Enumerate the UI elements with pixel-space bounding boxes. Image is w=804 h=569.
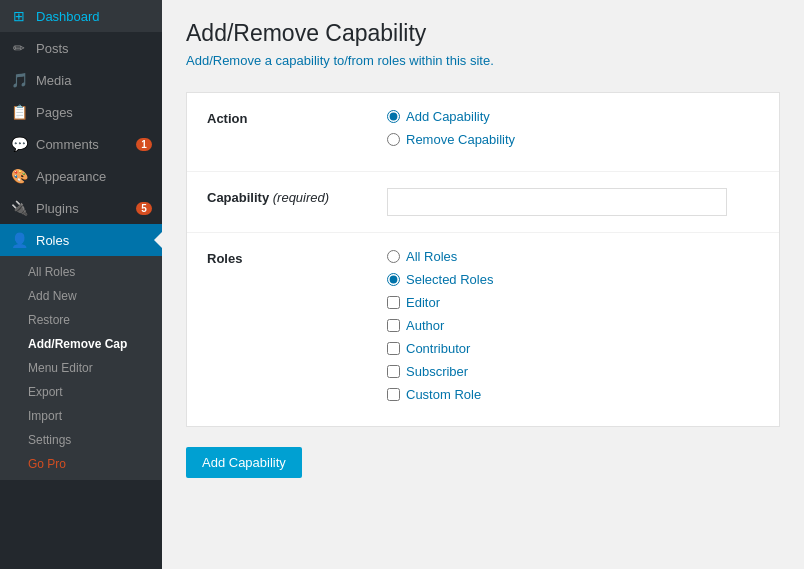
custom-role-checkbox-option[interactable]: Custom Role xyxy=(387,387,759,402)
sidebar-label: Comments xyxy=(36,137,128,152)
all-roles-radio-label[interactable]: All Roles xyxy=(406,249,457,264)
custom-role-checkbox-label[interactable]: Custom Role xyxy=(406,387,481,402)
editor-checkbox-label[interactable]: Editor xyxy=(406,295,440,310)
submenu-go-pro[interactable]: Go Pro xyxy=(0,452,162,476)
sidebar-item-plugins[interactable]: 🔌 Plugins 5 xyxy=(0,192,162,224)
capability-field xyxy=(387,188,759,216)
sidebar-item-comments[interactable]: 💬 Comments 1 xyxy=(0,128,162,160)
comments-icon: 💬 xyxy=(10,136,28,152)
sidebar-label: Plugins xyxy=(36,201,128,216)
contributor-checkbox[interactable] xyxy=(387,342,400,355)
remove-capability-radio[interactable] xyxy=(387,133,400,146)
capability-label: Capability (required) xyxy=(207,188,367,205)
editor-checkbox[interactable] xyxy=(387,296,400,309)
sidebar-item-media[interactable]: 🎵 Media xyxy=(0,64,162,96)
comments-badge: 1 xyxy=(136,138,152,151)
sidebar: ⊞ Dashboard ✏ Posts 🎵 Media 📋 Pages 💬 Co… xyxy=(0,0,162,569)
page-title: Add/Remove Capability xyxy=(186,20,780,47)
sidebar-label: Dashboard xyxy=(36,9,152,24)
plugins-badge: 5 xyxy=(136,202,152,215)
subscriber-checkbox[interactable] xyxy=(387,365,400,378)
contributor-checkbox-label[interactable]: Contributor xyxy=(406,341,470,356)
add-capability-button[interactable]: Add Capability xyxy=(186,447,302,478)
submenu-export[interactable]: Export xyxy=(0,380,162,404)
all-roles-radio-option[interactable]: All Roles xyxy=(387,249,759,264)
add-capability-label[interactable]: Add Capability xyxy=(406,109,490,124)
add-capability-option[interactable]: Add Capability xyxy=(387,109,759,124)
submenu-settings[interactable]: Settings xyxy=(0,428,162,452)
sidebar-item-posts[interactable]: ✏ Posts xyxy=(0,32,162,64)
selected-roles-radio[interactable] xyxy=(387,273,400,286)
submenu-add-remove-cap[interactable]: Add/Remove Cap xyxy=(0,332,162,356)
all-roles-radio[interactable] xyxy=(387,250,400,263)
selected-roles-radio-option[interactable]: Selected Roles xyxy=(387,272,759,287)
editor-checkbox-option[interactable]: Editor xyxy=(387,295,759,310)
selected-roles-radio-label[interactable]: Selected Roles xyxy=(406,272,493,287)
subscriber-checkbox-label[interactable]: Subscriber xyxy=(406,364,468,379)
page-subtitle: Add/Remove a capability to/from roles wi… xyxy=(186,53,780,68)
sidebar-label: Posts xyxy=(36,41,152,56)
custom-role-checkbox[interactable] xyxy=(387,388,400,401)
contributor-checkbox-option[interactable]: Contributor xyxy=(387,341,759,356)
sidebar-label: Media xyxy=(36,73,152,88)
sidebar-item-pages[interactable]: 📋 Pages xyxy=(0,96,162,128)
remove-capability-label[interactable]: Remove Capability xyxy=(406,132,515,147)
sidebar-item-roles[interactable]: 👤 Roles xyxy=(0,224,162,256)
sidebar-item-appearance[interactable]: 🎨 Appearance xyxy=(0,160,162,192)
add-capability-radio[interactable] xyxy=(387,110,400,123)
roles-submenu: All Roles Add New Restore Add/Remove Cap… xyxy=(0,256,162,480)
submenu-import[interactable]: Import xyxy=(0,404,162,428)
roles-row: Roles All Roles Selected Roles Editor Au… xyxy=(187,233,779,426)
pages-icon: 📋 xyxy=(10,104,28,120)
media-icon: 🎵 xyxy=(10,72,28,88)
action-row: Action Add Capability Remove Capability xyxy=(187,93,779,172)
sidebar-label: Appearance xyxy=(36,169,152,184)
author-checkbox[interactable] xyxy=(387,319,400,332)
dashboard-icon: ⊞ xyxy=(10,8,28,24)
author-checkbox-label[interactable]: Author xyxy=(406,318,444,333)
sidebar-label: Pages xyxy=(36,105,152,120)
submenu-menu-editor[interactable]: Menu Editor xyxy=(0,356,162,380)
roles-icon: 👤 xyxy=(10,232,28,248)
main-content: Add/Remove Capability Add/Remove a capab… xyxy=(162,0,804,569)
appearance-icon: 🎨 xyxy=(10,168,28,184)
roles-label: Roles xyxy=(207,249,367,266)
posts-icon: ✏ xyxy=(10,40,28,56)
action-field: Add Capability Remove Capability xyxy=(387,109,759,155)
plugins-icon: 🔌 xyxy=(10,200,28,216)
capability-row: Capability (required) xyxy=(187,172,779,233)
capability-input[interactable] xyxy=(387,188,727,216)
submenu-all-roles[interactable]: All Roles xyxy=(0,260,162,284)
sidebar-label: Roles xyxy=(36,233,152,248)
roles-field: All Roles Selected Roles Editor Author C… xyxy=(387,249,759,410)
sidebar-item-dashboard[interactable]: ⊞ Dashboard xyxy=(0,0,162,32)
action-label: Action xyxy=(207,109,367,126)
subscriber-checkbox-option[interactable]: Subscriber xyxy=(387,364,759,379)
submenu-add-new[interactable]: Add New xyxy=(0,284,162,308)
author-checkbox-option[interactable]: Author xyxy=(387,318,759,333)
submenu-restore[interactable]: Restore xyxy=(0,308,162,332)
remove-capability-option[interactable]: Remove Capability xyxy=(387,132,759,147)
